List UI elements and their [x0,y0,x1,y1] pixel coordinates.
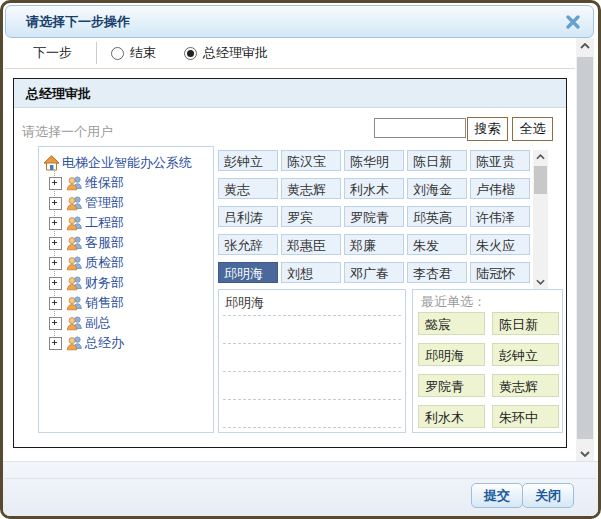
user-cell[interactable]: 郑廉 [344,234,404,255]
select-all-button[interactable]: 全选 [512,117,553,141]
user-cell[interactable]: 罗宾 [281,206,341,227]
group-icon [66,195,83,211]
recent-user-cell[interactable]: 邱明海 [418,343,485,366]
recent-user-cell[interactable]: 懿宸 [418,312,485,335]
user-cell[interactable]: 张允辞 [218,234,278,255]
submit-button[interactable]: 提交 [471,483,523,508]
user-cell[interactable]: 刘想 [281,262,341,283]
tree-item-1[interactable]: 维保部 [39,173,124,193]
tree-item-label: 副总 [85,314,111,332]
group-icon [66,315,83,331]
tree-item-6[interactable]: 财务部 [39,273,124,293]
tree-item-label: 总经办 [85,334,124,352]
expand-plus-icon[interactable] [49,297,62,310]
group-icon [66,175,83,191]
tree-root[interactable]: 电梯企业智能办公系统 [43,153,192,173]
footer-divider [5,478,596,479]
user-cell[interactable]: 陆冠怀 [470,262,530,283]
search-button[interactable]: 搜索 [467,117,508,141]
recent-user-cell[interactable]: 黄志辉 [492,374,559,397]
expand-plus-icon[interactable] [49,237,62,250]
user-cell[interactable]: 邓广春 [344,262,404,283]
user-cell[interactable]: 黄志辉 [281,178,341,199]
user-cell[interactable]: 陈日新 [407,150,467,171]
user-cell[interactable]: 陈亚贵 [470,150,530,171]
tree-item-9[interactable]: 总经办 [39,333,124,353]
user-cell[interactable]: 吕利涛 [218,206,278,227]
user-cell[interactable]: 邱明海 [218,262,278,283]
tree-item-5[interactable]: 质检部 [39,253,124,273]
expand-plus-icon[interactable] [49,317,62,330]
scrollbar-thumb[interactable] [534,166,547,194]
radio-option-gm-approval[interactable]: 总经理审批 [184,44,268,62]
user-cell[interactable]: 陈汉宝 [281,150,341,171]
expand-plus-icon[interactable] [49,337,62,350]
ruled-line [223,427,401,428]
tree-item-label: 客服部 [85,234,124,252]
recent-user-cell[interactable]: 朱环中 [492,405,559,428]
expand-plus-icon[interactable] [49,277,62,290]
panel-header: 总经理审批 [14,79,566,108]
recent-selections-box: 最近单选： 懿宸陈日新邱明海彭钟立罗院青黄志辉利水木朱环中 [412,289,563,433]
recent-label: 最近单选： [421,293,486,311]
user-cell[interactable]: 刘海金 [407,178,467,199]
tree-item-7[interactable]: 销售部 [39,293,124,313]
radio-label: 结束 [130,44,156,62]
radio-icon[interactable] [111,47,124,60]
scrollbar-thumb[interactable] [577,57,593,439]
recent-user-cell[interactable]: 罗院青 [418,374,485,397]
tree-item-3[interactable]: 工程部 [39,213,124,233]
tree-item-label: 质检部 [85,254,124,272]
expand-plus-icon[interactable] [49,177,62,190]
radio-label: 总经理审批 [203,44,268,62]
user-cell[interactable]: 李杏君 [407,262,467,283]
radio-option-end[interactable]: 结束 [111,44,156,62]
tree-item-label: 财务部 [85,274,124,292]
scroll-down-icon[interactable] [533,275,548,289]
tree-item-label: 工程部 [85,214,124,232]
user-cell[interactable]: 黄志 [218,178,278,199]
group-icon [66,275,83,291]
tree-item-2[interactable]: 管理部 [39,193,124,213]
tree-item-4[interactable]: 客服部 [39,233,124,253]
selected-user-name: 邱明海 [225,294,264,312]
tree-item-label: 管理部 [85,194,124,212]
expand-plus-icon[interactable] [49,257,62,270]
selected-user-box: 邱明海 [218,289,406,433]
next-step-label: 下一步 [33,44,72,62]
tree-item-label: 维保部 [85,174,124,192]
user-grid-scrollbar[interactable] [533,150,548,289]
tree-item-8[interactable]: 副总 [39,313,124,333]
radio-checked-icon[interactable] [184,47,197,60]
user-cell[interactable]: 卢伟楷 [470,178,530,199]
user-cell[interactable]: 朱火应 [470,234,530,255]
expand-plus-icon[interactable] [49,197,62,210]
search-input[interactable] [374,118,466,138]
dialog-scrollbar[interactable] [576,38,594,462]
approval-panel: 总经理审批 请选择一个用户 搜索 全选 电梯企业智能办公系统 维保部管理部工程部… [13,78,567,448]
recent-user-cell[interactable]: 彭钟立 [492,343,559,366]
tree-root-label: 电梯企业智能办公系统 [62,154,192,172]
scroll-down-icon[interactable] [576,446,594,462]
user-cell[interactable]: 陈华明 [344,150,404,171]
expand-plus-icon[interactable] [49,217,62,230]
toolbar: 下一步 结束 总经理审批 [5,38,575,69]
home-icon [43,155,60,171]
toolbar-divider [96,42,97,64]
user-cell[interactable]: 彭钟立 [218,150,278,171]
scroll-up-icon[interactable] [533,150,548,164]
scroll-up-icon[interactable] [576,38,594,54]
recent-user-cell[interactable]: 陈日新 [492,312,559,335]
user-cell[interactable]: 邱英高 [407,206,467,227]
close-button[interactable]: 关闭 [522,483,574,508]
group-icon [66,235,83,251]
user-cell[interactable]: 利水木 [344,178,404,199]
recent-user-cell[interactable]: 利水木 [418,405,485,428]
tree-item-label: 销售部 [85,294,124,312]
ruled-line [223,315,401,316]
user-cell[interactable]: 许伟泽 [470,206,530,227]
user-cell[interactable]: 郑惠臣 [281,234,341,255]
user-cell[interactable]: 朱发 [407,234,467,255]
user-cell[interactable]: 罗院青 [344,206,404,227]
close-icon[interactable] [565,14,581,30]
